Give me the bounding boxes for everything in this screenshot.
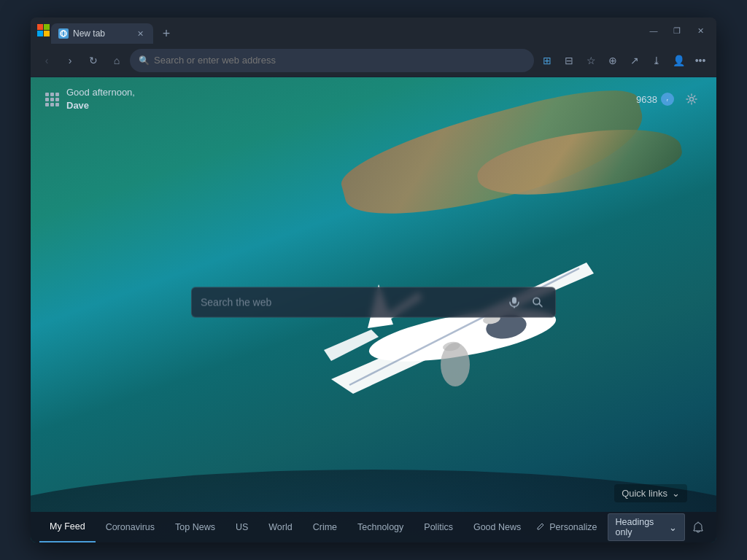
grid-dot [55, 103, 59, 106]
forward-icon: › [69, 55, 72, 66]
svg-rect-20 [512, 298, 516, 304]
news-category-my-feed[interactable]: My Feed [39, 512, 96, 542]
headings-only-dropdown[interactable]: Headings only ⌄ [608, 513, 685, 541]
title-bar: New tab ✕ + — ❐ ✕ [31, 18, 716, 44]
active-tab[interactable]: New tab ✕ [51, 23, 153, 44]
gear-icon [686, 93, 697, 105]
notifications-button[interactable] [689, 517, 708, 537]
profile-button[interactable]: 👤 [668, 50, 689, 71]
news-category-technology[interactable]: Technology [347, 512, 414, 542]
apps-grid-button[interactable] [45, 93, 59, 106]
home-button[interactable]: ⌂ [107, 50, 127, 71]
search-button[interactable] [529, 294, 546, 311]
greeting-line1: Good afternoon, [66, 86, 135, 99]
downloads-button[interactable]: ⤓ [646, 50, 667, 71]
grid-dot [45, 93, 49, 96]
category-label: Crime [313, 522, 337, 532]
forward-button[interactable]: › [60, 50, 80, 71]
svg-point-4 [61, 31, 66, 36]
immersive-reader-button[interactable]: ⊟ [559, 50, 579, 71]
window-controls: — ❐ ✕ [643, 23, 711, 38]
category-label: US [236, 522, 248, 532]
news-bar: My Feed Coronavirus Top News US World Cr… [31, 512, 716, 542]
category-label: My Feed [50, 521, 85, 532]
url-input[interactable] [154, 55, 525, 66]
greeting-section: Good afternoon, Dave [45, 86, 135, 112]
greeting-text: Good afternoon, Dave [66, 86, 135, 112]
collections-button[interactable]: ⊕ [603, 50, 623, 71]
svg-point-16 [441, 343, 470, 386]
news-category-top-news[interactable]: Top News [165, 512, 225, 542]
share-icon: ↗ [630, 55, 639, 66]
airplane-svg [309, 219, 616, 452]
news-category-good-news[interactable]: Good News [463, 512, 531, 542]
tab-close-button[interactable]: ✕ [135, 28, 146, 39]
grid-dot [55, 93, 59, 96]
search-icon [532, 297, 543, 308]
points-value: 9638 [636, 94, 657, 105]
news-categories: My Feed Coronavirus Top News US World Cr… [39, 512, 531, 542]
news-category-coronavirus[interactable]: Coronavirus [96, 512, 165, 542]
tab-favicon [58, 28, 69, 39]
personalize-button[interactable]: Personalize [531, 519, 603, 535]
home-icon: ⌂ [114, 55, 120, 66]
browser-window: New tab ✕ + — ❐ ✕ ‹ › ↻ ⌂ 🔍 [31, 18, 716, 542]
collections-icon: ⊕ [608, 55, 617, 66]
news-category-world[interactable]: World [258, 512, 302, 542]
browser-logo [36, 23, 51, 38]
quick-links-label: Quick links [622, 488, 667, 499]
grid-dot [45, 103, 49, 106]
newtab-topbar: Good afternoon, Dave 9638 r [31, 77, 716, 121]
category-label: World [268, 522, 292, 532]
grid-dot [50, 98, 54, 101]
grid-dot [50, 93, 54, 96]
news-actions: Personalize Headings only ⌄ [531, 513, 708, 541]
back-button[interactable]: ‹ [36, 50, 57, 71]
maximize-button[interactable]: ❐ [667, 23, 687, 38]
rewards-icon: r [661, 93, 674, 106]
downloads-icon: ⤓ [652, 55, 661, 66]
url-bar[interactable]: 🔍 [130, 49, 534, 72]
grid-dot [50, 103, 54, 106]
toolbar-actions: ⊞ ⊟ ☆ ⊕ ↗ ⤓ 👤 ••• [537, 50, 711, 71]
news-category-politics[interactable]: Politics [414, 512, 463, 542]
svg-line-24 [542, 524, 543, 525]
svg-point-19 [690, 98, 694, 101]
svg-rect-1 [44, 24, 50, 30]
svg-point-5 [62, 31, 65, 36]
more-tools-button[interactable]: ••• [690, 50, 711, 71]
immersive-reader-icon: ⊟ [565, 55, 573, 66]
rewards-points[interactable]: 9638 r [636, 93, 674, 106]
search-bar[interactable] [191, 287, 556, 318]
news-category-crime[interactable]: Crime [303, 512, 347, 542]
tab-title: New tab [73, 28, 131, 39]
reading-view-button[interactable]: ⊞ [537, 50, 557, 71]
category-label: Top News [175, 522, 215, 532]
back-icon: ‹ [45, 55, 49, 66]
bell-icon [692, 521, 704, 533]
minimize-button[interactable]: — [643, 23, 664, 38]
personalize-label: Personalize [549, 522, 597, 532]
new-tab-button[interactable]: + [156, 23, 177, 44]
pencil-icon [537, 523, 546, 532]
favorites-icon: ☆ [587, 55, 596, 66]
svg-line-23 [539, 304, 542, 307]
refresh-icon: ↻ [89, 55, 98, 66]
chevron-down-icon: ⌄ [672, 488, 680, 499]
profile-icon: 👤 [673, 55, 685, 66]
chevron-down-icon: ⌄ [669, 522, 677, 533]
microphone-button[interactable] [506, 294, 523, 311]
quick-links-button[interactable]: Quick links ⌄ [614, 484, 687, 502]
share-button[interactable]: ↗ [624, 50, 645, 71]
settings-button[interactable] [681, 89, 702, 109]
close-button[interactable]: ✕ [690, 23, 711, 38]
svg-rect-0 [37, 24, 43, 30]
mic-icon [508, 297, 520, 308]
greeting-name: Dave [66, 99, 135, 112]
news-category-us[interactable]: US [225, 512, 258, 542]
search-input[interactable] [201, 297, 500, 308]
more-icon: ••• [695, 55, 706, 66]
add-favorites-button[interactable]: ☆ [581, 50, 601, 71]
refresh-button[interactable]: ↻ [83, 50, 104, 71]
search-icon: 🔍 [139, 55, 150, 66]
